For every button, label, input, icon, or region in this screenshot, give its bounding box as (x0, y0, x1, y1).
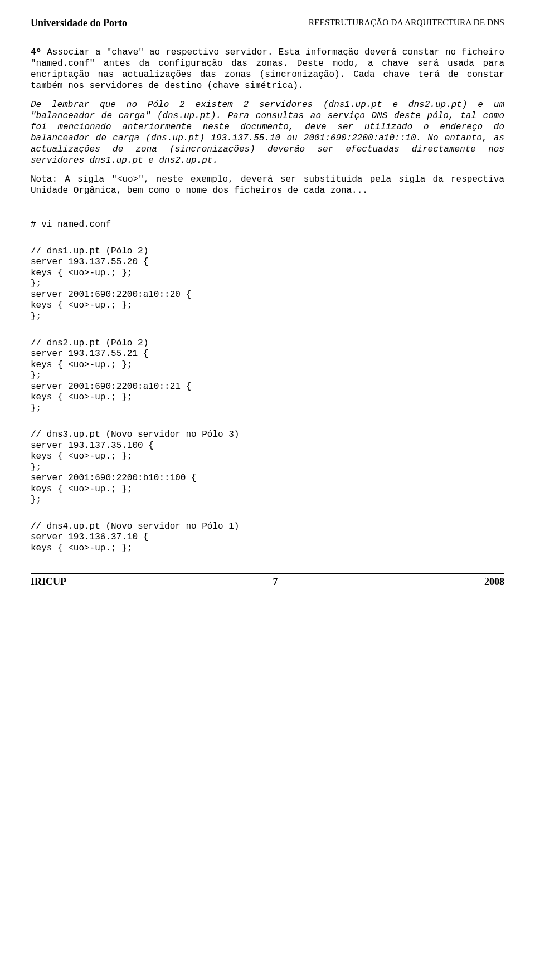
section4-keys1: keys { <uo>-up.; }; (31, 543, 504, 554)
paragraph-1-prefix: 4º (31, 47, 41, 57)
section3-comment: // dns3.up.pt (Novo servidor no Pólo 3) (31, 430, 504, 441)
footer-left: IRICUP (31, 576, 66, 588)
section1-keys1: keys { <uo>-up.; }; (31, 268, 504, 279)
section1-comment: // dns1.up.pt (Pólo 2) (31, 246, 504, 257)
section3-server2: server 2001:690:2200:b10::100 { (31, 473, 504, 484)
header-right: REESTRUTURAÇÃO DA ARQUITECTURA DE DNS (309, 17, 504, 30)
section2-server1: server 193.137.55.21 { (31, 349, 504, 360)
section2-server2: server 2001:690:2200:a10::21 { (31, 382, 504, 393)
section4-server1: server 193.136.37.10 { (31, 532, 504, 543)
section3-keys2: keys { <uo>-up.; }; (31, 484, 504, 495)
paragraph-1-body: Associar a "chave" ao respectivo servido… (31, 47, 504, 91)
header-left: Universidade do Porto (31, 17, 127, 30)
section2-keys2: keys { <uo>-up.; }; (31, 392, 504, 403)
section1-close2: }; (31, 311, 504, 323)
section3-server1: server 193.137.35.100 { (31, 441, 504, 452)
section1-server2: server 2001:690:2200:a10::20 { (31, 290, 504, 301)
section3-close1: }; (31, 462, 504, 474)
paragraph-3: Nota: A sigla "<uo>", neste exemplo, dev… (31, 174, 504, 196)
section1-server1: server 193.137.55.20 { (31, 257, 504, 268)
section2-keys1: keys { <uo>-up.; }; (31, 360, 504, 371)
section1-keys2: keys { <uo>-up.; }; (31, 300, 504, 311)
page-header: Universidade do Porto REESTRUTURAÇÃO DA … (31, 17, 504, 31)
code-cmd: # vi named.conf (31, 220, 504, 231)
section4-comment: // dns4.up.pt (Novo servidor no Pólo 1) (31, 521, 504, 533)
footer-right: 2008 (484, 576, 504, 588)
footer-center: 7 (273, 576, 278, 588)
section1-close1: }; (31, 279, 504, 290)
section2-close1: }; (31, 370, 504, 382)
section2-close2: }; (31, 403, 504, 415)
section2-comment: // dns2.up.pt (Pólo 2) (31, 338, 504, 349)
section3-keys1: keys { <uo>-up.; }; (31, 451, 504, 462)
page-footer: IRICUP 7 2008 (31, 573, 504, 588)
paragraph-2: De lembrar que no Pólo 2 existem 2 servi… (31, 99, 504, 166)
section3-close2: }; (31, 495, 504, 506)
paragraph-1: 4º Associar a "chave" ao respectivo serv… (31, 47, 504, 91)
